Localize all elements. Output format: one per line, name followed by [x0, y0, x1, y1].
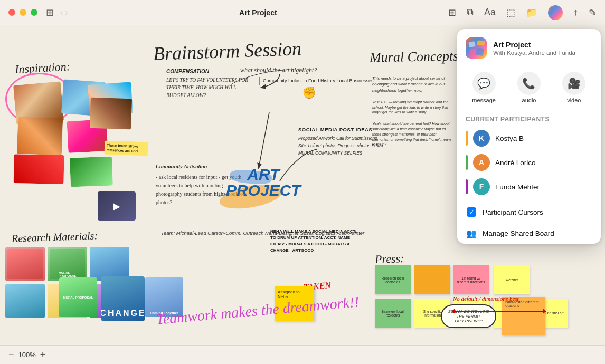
- maximize-button[interactable]: [31, 9, 37, 16]
- svg-rect-2: [477, 40, 485, 45]
- popup-title-group: Art Project With Kostya, André and Funda: [493, 41, 592, 56]
- kostya-color-bar: [466, 131, 468, 146]
- mural-proposal-book: MURAL PROPOSAL: [59, 277, 97, 317]
- research-label: Research Materials:: [12, 229, 98, 245]
- svg-rect-1: [468, 41, 476, 47]
- popup-avatar: [466, 37, 487, 59]
- doc-thumb-4: [5, 284, 45, 318]
- neha-note: NEHA WILL MAKE A SOCIAL MEDIA ACCT. TO D…: [270, 228, 357, 254]
- sticky-interview: Interview local residents: [375, 299, 411, 328]
- funda-name: Funda Mehter: [495, 183, 592, 191]
- window-chrome: ⊞ ‹ › Art Project ⊞ ⧉ Aa ⬚ 📁 ↑ ✎: [0, 0, 605, 25]
- svg-rect-0: [466, 37, 487, 59]
- sticky-1st-round: 1st round w/ different directions: [453, 265, 489, 294]
- manage-board-icon: 👥: [466, 227, 477, 239]
- message-icon: 💬: [472, 72, 496, 95]
- participant-cursors-label: Participant Cursors: [483, 208, 543, 216]
- svg-rect-4: [476, 47, 484, 56]
- manage-shared-board-label: Manage Shared Board: [483, 229, 554, 237]
- manage-shared-board-option[interactable]: 👥 Manage Shared Board: [457, 223, 601, 244]
- video-icon: 🎥: [562, 72, 585, 95]
- bottom-bar: − 100% +: [0, 345, 605, 364]
- grid-view-icon[interactable]: ⊞: [448, 7, 456, 18]
- sticky-research-ecologies: Research local ecologies: [375, 265, 411, 294]
- nav-arrows: ‹ ›: [60, 8, 68, 17]
- divider: [457, 200, 601, 200]
- small-note: These brush stroke references are cool: [105, 141, 148, 156]
- doc-thumb-2: MURALPROPOSAL: [48, 247, 87, 281]
- press-label: Press:: [375, 252, 404, 266]
- popup-subtitle: With Kostya, André and Funda: [493, 50, 592, 56]
- mural-concepts-label: Mural Concepts: [370, 49, 459, 66]
- funda-color-bar: [466, 179, 468, 194]
- audio-icon: 📞: [517, 72, 541, 95]
- community-list: Community Inclusion Food History Local B…: [259, 77, 374, 85]
- permit-note: SUSAN, DO WE HAVE THE PERMIT PAPERWORK?: [441, 304, 496, 328]
- mural-proposal-label: MURAL PROPOSAL: [63, 296, 93, 299]
- checkbox-checked-icon: ✓: [467, 207, 476, 217]
- back-arrow[interactable]: ‹: [60, 8, 63, 17]
- art-project-center: ARTPROJECT: [226, 167, 301, 198]
- minimize-button[interactable]: [20, 9, 26, 16]
- popup-title: Art Project: [493, 41, 592, 49]
- compensation-title: COMPENSATION: [166, 69, 253, 74]
- layers-icon[interactable]: ⧉: [467, 7, 474, 18]
- andre-color-bar: [466, 155, 468, 170]
- fist-emoji: ✊: [302, 86, 316, 100]
- user-avatar[interactable]: [548, 5, 563, 20]
- mural-text: This needs to be a project about sense o…: [372, 75, 454, 147]
- video-thumbnail: ▶: [98, 191, 136, 221]
- svg-rect-3: [469, 49, 475, 56]
- change-book: CHANGE: [101, 276, 145, 321]
- forward-arrow[interactable]: ›: [65, 8, 68, 17]
- art-photo-2: [90, 98, 132, 130]
- participant-cursors-icon: ✓: [466, 206, 477, 218]
- zoom-in-button[interactable]: +: [40, 349, 46, 360]
- video-action[interactable]: 🎥 video: [552, 72, 597, 103]
- image-icon[interactable]: ⬚: [506, 7, 515, 18]
- compensation-section: COMPENSATION LET'S TRY TO PAY VOLUNTEERS…: [166, 69, 253, 99]
- toolbar-icons: ⊞ ⧉ Aa ⬚ 📁 ↑ ✎: [448, 5, 597, 20]
- zoom-out-button[interactable]: −: [8, 349, 14, 360]
- funda-avatar: F: [473, 178, 490, 195]
- community-list-text: Community Inclusion Food History Local B…: [263, 77, 374, 85]
- participants-section-title: Current Participants: [457, 110, 601, 126]
- sidebar-toggle[interactable]: ⊞: [46, 7, 54, 18]
- share-icon[interactable]: ↑: [573, 7, 578, 18]
- participant-andre: A André Lorico: [457, 150, 601, 175]
- compensation-text: LET'S TRY TO PAY VOLUNTEERS FOR THEIR TI…: [166, 76, 253, 99]
- message-action[interactable]: 💬 message: [461, 72, 506, 103]
- close-button[interactable]: [8, 9, 15, 16]
- zoom-level[interactable]: 100%: [18, 351, 36, 359]
- audio-label: audio: [522, 97, 536, 103]
- photo-5: [14, 154, 64, 184]
- kostya-name: Kostya B: [495, 135, 592, 142]
- andre-avatar: A: [473, 154, 490, 171]
- folder-icon[interactable]: 📁: [526, 7, 537, 18]
- participant-cursors-option[interactable]: ✓ Participant Cursors: [457, 202, 601, 223]
- text-icon[interactable]: Aa: [484, 7, 496, 18]
- window-title: Art Project: [68, 8, 448, 17]
- participant-funda: F Funda Mehter: [457, 175, 601, 199]
- art-photos: [89, 83, 136, 131]
- video-label: video: [567, 97, 581, 103]
- art-project-text: ARTPROJECT: [226, 167, 301, 198]
- photo-6: [70, 157, 113, 187]
- teamwork-text: Teamwork makes the dreamwork!!: [155, 293, 360, 328]
- change-book-label: CHANGE: [101, 309, 145, 318]
- sticky-sketches: Sketches: [494, 265, 530, 294]
- message-label: message: [472, 97, 496, 103]
- edit-icon[interactable]: ✎: [589, 7, 597, 18]
- popup-panel: Art Project With Kostya, André and Funda…: [457, 29, 601, 244]
- doc-thumb-1: [5, 247, 45, 281]
- photo-3: [17, 117, 63, 156]
- andre-name: André Lorico: [495, 159, 592, 167]
- kostya-avatar: K: [473, 130, 490, 147]
- popup-header: Art Project With Kostya, André and Funda: [457, 29, 601, 65]
- default-dimensions-label: No default / dimensions best: [453, 295, 519, 302]
- participant-kostya: K Kostya B: [457, 126, 601, 150]
- audio-action[interactable]: 📞 audio: [506, 72, 551, 103]
- sticky-neha-text: Assigned to Neha: [278, 290, 300, 299]
- sticky-press-row1-2: [414, 265, 450, 294]
- inspiration-label: Inspiration:: [14, 60, 70, 76]
